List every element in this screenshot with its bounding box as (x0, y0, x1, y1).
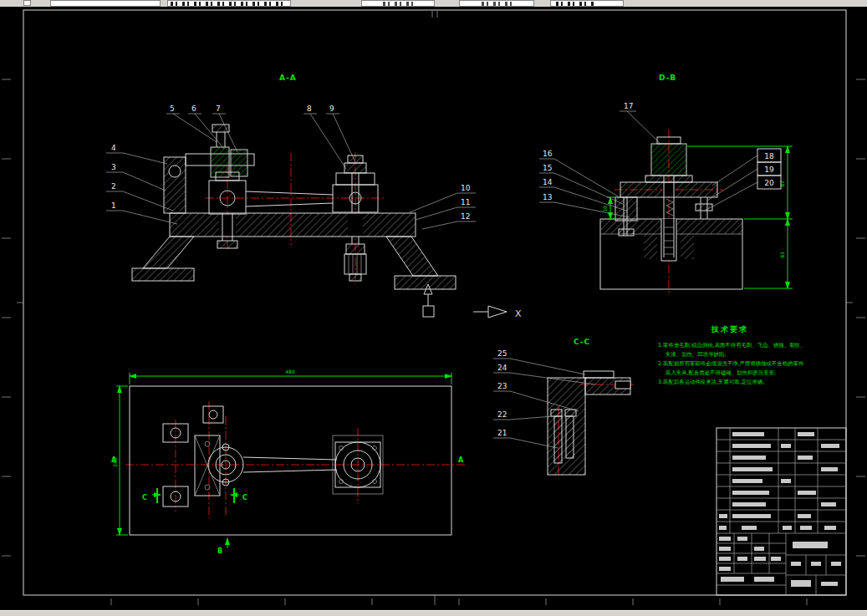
dim-db-upper: 87 (779, 181, 785, 187)
combobox-content (383, 2, 413, 6)
callout-2: 2 (111, 182, 116, 191)
callout-4: 4 (111, 144, 116, 152)
title-block (717, 428, 846, 595)
axis-x-label: X (515, 308, 522, 319)
mark-a-left: A (111, 456, 117, 464)
section-view-aa: A-A (132, 74, 456, 289)
tech-title: 技术要求 (711, 325, 748, 333)
mark-c-right: C (242, 494, 247, 501)
callout-22: 22 (497, 410, 507, 419)
callout-11: 11 (461, 198, 470, 206)
application-window: A-A (0, 0, 867, 616)
bottom-strip (0, 610, 867, 616)
callout-23: 23 (497, 382, 507, 390)
callout-3: 3 (111, 163, 116, 171)
callout-6: 6 (191, 104, 196, 113)
mark-a-right: A (458, 456, 464, 464)
callout-9: 9 (329, 104, 334, 113)
callout-16: 16 (543, 150, 553, 158)
plan-view: 480 240 C C B A A (111, 369, 465, 555)
callout-19: 19 (764, 165, 774, 174)
callout-20: 20 (764, 179, 774, 187)
toolbar-combobox-5[interactable] (550, 0, 624, 7)
combobox-content (556, 2, 595, 6)
tech-line-3: 2.装配前所有零部件必须清洗干净,严禁将锈蚀或不合格的零件 (658, 360, 804, 367)
tech-line-4: 装入夹具,配合面处不得磕碰、划伤和挤压变形; (666, 369, 776, 376)
view-label-cc: C-C (574, 338, 590, 346)
callout-15: 15 (543, 164, 552, 172)
toolbar-combobox-2[interactable] (167, 0, 291, 7)
callout-5: 5 (170, 104, 175, 113)
view-label-db: D-B (659, 74, 676, 82)
mark-c-left: C (142, 494, 147, 501)
callout-17: 17 (624, 102, 633, 110)
cad-drawing: A-A (0, 7, 867, 610)
callout-14: 14 (543, 178, 553, 186)
toolbar-combobox-3[interactable] (361, 0, 435, 7)
callout-13: 13 (543, 193, 552, 201)
tech-line-2: 夹渣、划伤、凹坑等缺陷; (666, 351, 726, 358)
callout-24: 24 (497, 364, 507, 372)
combobox-content (171, 2, 288, 6)
callout-18: 18 (764, 152, 774, 160)
callout-12: 12 (461, 212, 470, 221)
tech-line-1: 1.零件去毛刺,锐边倒钝,表面不得有毛刺、飞边、锈蚀、裂纹、 (658, 342, 805, 349)
toolbar-combobox-4[interactable] (459, 0, 534, 7)
dim-db-small: 10 (602, 206, 608, 212)
callout-7: 7 (216, 104, 221, 113)
tech-line-5: 3.装配后各运动件应灵活,夹紧可靠,定位准确。 (658, 379, 768, 385)
callout-8: 8 (307, 104, 312, 113)
view-label-aa: A-A (279, 74, 297, 82)
section-view-cc: C-C (548, 338, 635, 476)
combobox-content (482, 2, 513, 6)
callout-10: 10 (461, 184, 471, 192)
toolbar-combobox-1[interactable] (50, 0, 161, 7)
cad-viewport[interactable]: A-A (0, 7, 867, 610)
dim-plan-width: 480 (285, 369, 295, 374)
tech-requirements: 技术要求 1.零件去毛刺,锐边倒钝,表面不得有毛刺、飞边、锈蚀、裂纹、 夹渣、划… (658, 325, 805, 385)
toolbar-button[interactable] (23, 0, 31, 6)
callout-21: 21 (497, 429, 507, 437)
mark-b: B (217, 547, 222, 555)
dim-db-lower: 83 (779, 252, 785, 258)
callout-1: 1 (111, 201, 116, 210)
callout-25: 25 (497, 349, 507, 358)
